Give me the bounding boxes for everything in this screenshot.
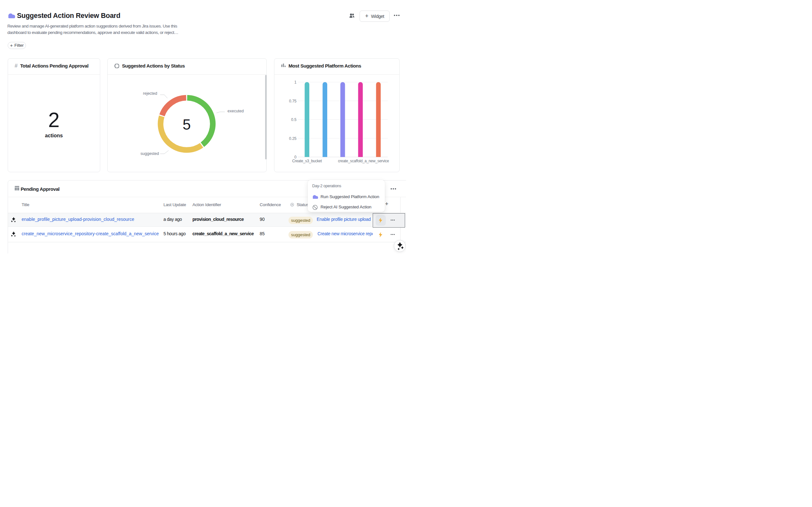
- svg-text:0.75: 0.75: [289, 99, 297, 103]
- svg-text:1: 1: [294, 80, 296, 84]
- svg-text:Create_s3_bucket: Create_s3_bucket: [292, 159, 322, 163]
- svg-text:0.5: 0.5: [291, 117, 296, 122]
- svg-text:create_scaffold_a_new_service: create_scaffold_a_new_service: [338, 159, 389, 163]
- svg-text:0.25: 0.25: [289, 136, 297, 140]
